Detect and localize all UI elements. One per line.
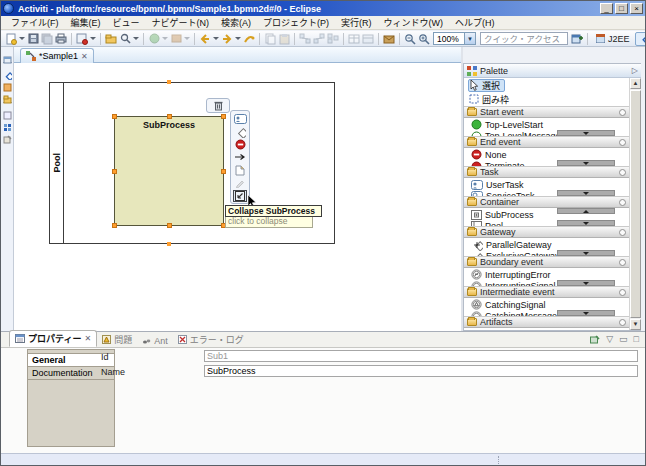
minimize-view-icon[interactable]: ▭ bbox=[619, 334, 628, 344]
drawer-artifacts-header[interactable]: Artifacts bbox=[464, 316, 629, 328]
new-class-dropdown-icon[interactable] bbox=[162, 37, 168, 40]
drawer-end-event-header[interactable]: End event bbox=[464, 136, 629, 148]
subprocess-shape[interactable]: SubProcess bbox=[114, 116, 224, 226]
name-field[interactable] bbox=[204, 365, 638, 377]
editor-area-restore-icon[interactable] bbox=[3, 50, 12, 59]
palette-tool-marquee[interactable]: 囲み枠 bbox=[464, 92, 629, 106]
menu-help[interactable]: ヘルプ(H) bbox=[449, 16, 501, 29]
export-icon[interactable] bbox=[382, 32, 396, 45]
delete-pad[interactable] bbox=[206, 98, 230, 113]
table-icon-2[interactable] bbox=[361, 32, 375, 45]
open-folder-icon[interactable] bbox=[104, 32, 118, 45]
perspective-activiti-button[interactable]: Activiti bbox=[635, 32, 646, 46]
new-wizard-icon[interactable] bbox=[4, 32, 18, 45]
menu-navigate[interactable]: ナビゲート(N) bbox=[146, 16, 216, 29]
menu-search[interactable]: 検索(A) bbox=[215, 16, 257, 29]
append-gateway-icon[interactable] bbox=[233, 126, 247, 138]
align-icon-3[interactable] bbox=[326, 32, 340, 45]
outline-fastview-icon[interactable] bbox=[3, 118, 12, 127]
zoom-in-icon[interactable] bbox=[417, 32, 431, 45]
pin-view-icon[interactable] bbox=[590, 335, 600, 344]
zoom-level-combo[interactable]: 100% ▼ bbox=[433, 32, 476, 45]
maximize-view-icon[interactable]: □ bbox=[634, 334, 639, 344]
quick-access-input[interactable] bbox=[480, 32, 568, 45]
back-dropdown-icon[interactable] bbox=[213, 37, 219, 40]
resize-handle-w[interactable] bbox=[112, 169, 117, 174]
append-end-event-icon[interactable] bbox=[233, 139, 247, 151]
new-package-dropdown-icon[interactable] bbox=[184, 37, 190, 40]
pin-icon[interactable] bbox=[619, 229, 626, 236]
palette-scrollbar[interactable]: ▲ ▼ bbox=[629, 78, 641, 330]
tab-close-icon[interactable]: ✕ bbox=[84, 334, 91, 343]
scroll-up-icon[interactable]: ▲ bbox=[630, 78, 641, 89]
append-usertask-icon[interactable] bbox=[233, 113, 247, 125]
restore-view-icon[interactable] bbox=[3, 106, 12, 115]
new-package-icon[interactable] bbox=[169, 32, 183, 45]
trash-icon[interactable] bbox=[214, 100, 223, 111]
resize-handle-sw[interactable] bbox=[112, 223, 117, 228]
align-icon-1[interactable] bbox=[298, 32, 312, 45]
tab-problems[interactable]: 問題 bbox=[97, 332, 137, 347]
menu-edit[interactable]: 編集(E) bbox=[65, 16, 107, 29]
close-icon[interactable]: × bbox=[630, 3, 643, 14]
drawer-gateway-header[interactable]: Gateway bbox=[464, 226, 629, 238]
view-menu-icon[interactable]: ▽ bbox=[606, 334, 613, 344]
copy-icon[interactable] bbox=[263, 32, 277, 45]
drawer-boundary-event-header[interactable]: Boundary event bbox=[464, 256, 629, 268]
edit-pencil-icon[interactable] bbox=[233, 177, 247, 189]
activiti-diagram-fastview-icon[interactable] bbox=[3, 66, 12, 75]
properties-fastview-icon[interactable] bbox=[3, 130, 12, 139]
paste-icon[interactable] bbox=[277, 32, 291, 45]
process-fastview-icon[interactable] bbox=[3, 78, 12, 87]
pin-icon[interactable] bbox=[619, 109, 626, 116]
new-wizard-dropdown-icon[interactable] bbox=[19, 37, 25, 40]
save-all-icon[interactable] bbox=[40, 32, 54, 45]
open-perspective-icon[interactable] bbox=[570, 32, 584, 45]
scroll-down-icon[interactable]: ▼ bbox=[630, 319, 641, 330]
table-icon-1[interactable] bbox=[347, 32, 361, 45]
debug-config-icon[interactable] bbox=[75, 32, 89, 45]
search-dropdown-icon[interactable] bbox=[133, 37, 139, 40]
package-explorer-fastview-icon[interactable] bbox=[3, 90, 12, 99]
pool-label-band[interactable]: Pool bbox=[50, 83, 64, 243]
resize-handle-n[interactable] bbox=[167, 114, 172, 119]
print-icon[interactable] bbox=[54, 32, 68, 45]
search-icon[interactable] bbox=[118, 32, 132, 45]
pin-icon[interactable] bbox=[619, 199, 626, 206]
menu-window[interactable]: ウィンドウ(W) bbox=[378, 16, 450, 29]
drawer-scroll-up[interactable] bbox=[557, 208, 615, 214]
palette-header[interactable]: Palette ▷ bbox=[464, 64, 641, 78]
forward-icon[interactable] bbox=[220, 32, 234, 45]
pin-icon[interactable] bbox=[619, 319, 626, 326]
zoom-combo-dropdown-icon[interactable]: ▼ bbox=[464, 33, 475, 44]
palette-collapse-icon[interactable]: ▷ bbox=[632, 66, 638, 75]
back-icon[interactable] bbox=[198, 32, 212, 45]
align-icon-2[interactable] bbox=[312, 32, 326, 45]
tab-close-icon[interactable]: ✕ bbox=[81, 52, 88, 61]
minimize-icon[interactable]: _ bbox=[600, 3, 613, 14]
resize-handle-nw[interactable] bbox=[112, 114, 117, 119]
new-class-icon[interactable] bbox=[147, 32, 161, 45]
maximize-icon[interactable]: □ bbox=[615, 3, 628, 14]
tab-properties[interactable]: プロパティー ✕ bbox=[9, 330, 97, 347]
tab-sample1[interactable]: *Sample1 ✕ bbox=[20, 48, 94, 63]
diagram-canvas[interactable]: Pool SubProcess bbox=[14, 63, 461, 331]
menu-file[interactable]: ファイル(F) bbox=[5, 16, 65, 29]
menu-project[interactable]: プロジェクト(P) bbox=[257, 16, 335, 29]
last-edit-icon[interactable] bbox=[242, 32, 256, 45]
forward-dropdown-icon[interactable] bbox=[235, 37, 241, 40]
palette-tool-select[interactable]: 選択 bbox=[464, 78, 629, 92]
drawer-task-header[interactable]: Task bbox=[464, 166, 629, 178]
debug-config-dropdown-icon[interactable] bbox=[90, 37, 96, 40]
zoom-out-icon[interactable] bbox=[403, 32, 417, 45]
resize-handle-ne[interactable] bbox=[221, 114, 226, 119]
perspective-j2ee-button[interactable]: J2EE bbox=[591, 32, 635, 46]
menu-view[interactable]: ビュー bbox=[107, 16, 146, 29]
drawer-container-header[interactable]: Container bbox=[464, 196, 629, 208]
connection-arrow-icon[interactable] bbox=[233, 152, 247, 164]
pin-icon[interactable] bbox=[619, 139, 626, 146]
tab-ant[interactable]: Ant bbox=[137, 335, 173, 347]
tab-error-log[interactable]: エラー・ログ bbox=[173, 332, 249, 347]
pin-icon[interactable] bbox=[619, 289, 626, 296]
scrollbar-thumb[interactable] bbox=[630, 90, 641, 318]
